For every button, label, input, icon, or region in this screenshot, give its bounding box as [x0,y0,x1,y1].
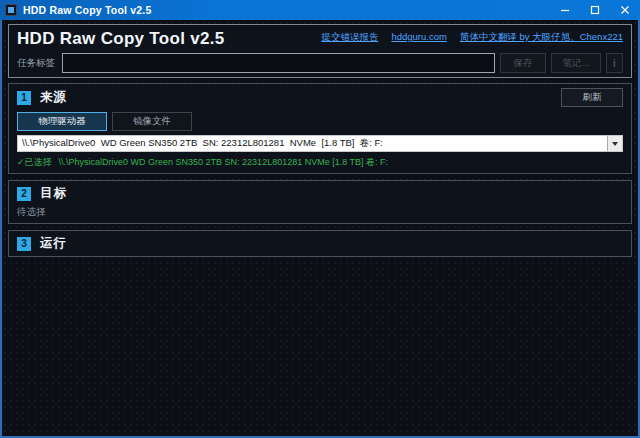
chevron-down-icon[interactable] [607,136,622,151]
link-hddguru[interactable]: hddguru.com [391,31,446,44]
source-drive-select[interactable]: \\.\PhysicalDrive0 WD Green SN350 2TB SN… [17,135,623,152]
minimize-button[interactable] [550,0,580,20]
source-selected-status: ✓已选择\\.\PhysicalDrive0 WD Green SN350 2T… [17,156,623,169]
notes-button[interactable]: 笔记... [551,53,601,73]
close-button[interactable] [610,0,640,20]
app-icon [5,4,17,16]
page-title: HDD Raw Copy Tool v2.5 [17,29,224,49]
link-bug-report[interactable]: 提交错误报告 [321,31,378,44]
selected-check-label: ✓已选择 [17,157,52,167]
tab-image-file[interactable]: 镜像文件 [112,112,192,131]
empty-space [8,263,632,432]
task-tag-input[interactable] [62,53,495,73]
source-panel: 1 来源 刷新 物理驱动器 镜像文件 \\.\PhysicalDrive0 WD… [8,83,632,174]
save-button[interactable]: 保存 [500,53,546,73]
source-drive-value: \\.\PhysicalDrive0 WD Green SN350 2TB SN… [18,137,607,150]
task-tag-label: 任务标签 [17,57,55,70]
info-button[interactable]: i [606,53,623,73]
source-title: 来源 [40,89,67,106]
step-3-badge: 3 [17,237,31,251]
selected-drive-detail: \\.\PhysicalDrive0 WD Green SN350 2TB SN… [59,157,388,167]
tab-physical-drive[interactable]: 物理驱动器 [17,112,107,131]
app-window: HDD Raw Copy Tool v2.5 HDD Raw Copy Tool… [0,0,640,438]
header-links: 提交错误报告 hddguru.com 简体中文翻译 by 大眼仔旭、Chenx2… [321,29,623,44]
run-panel: 3 运行 [8,230,632,257]
maximize-button[interactable] [580,0,610,20]
target-title: 目标 [40,185,67,202]
source-type-tabs: 物理驱动器 镜像文件 [17,112,623,131]
header-panel: HDD Raw Copy Tool v2.5 提交错误报告 hddguru.co… [8,24,632,78]
step-2-badge: 2 [17,187,31,201]
run-title: 运行 [40,235,67,252]
target-pending-status: 待选择 [17,206,623,219]
target-panel: 2 目标 待选择 [8,180,632,224]
refresh-button[interactable]: 刷新 [561,88,623,107]
step-1-badge: 1 [17,91,31,105]
window-title: HDD Raw Copy Tool v2.5 [23,4,151,16]
link-translation-credit[interactable]: 简体中文翻译 by 大眼仔旭、Chenx221 [460,31,623,44]
client-area: HDD Raw Copy Tool v2.5 提交错误报告 hddguru.co… [0,20,640,438]
titlebar: HDD Raw Copy Tool v2.5 [0,0,640,20]
